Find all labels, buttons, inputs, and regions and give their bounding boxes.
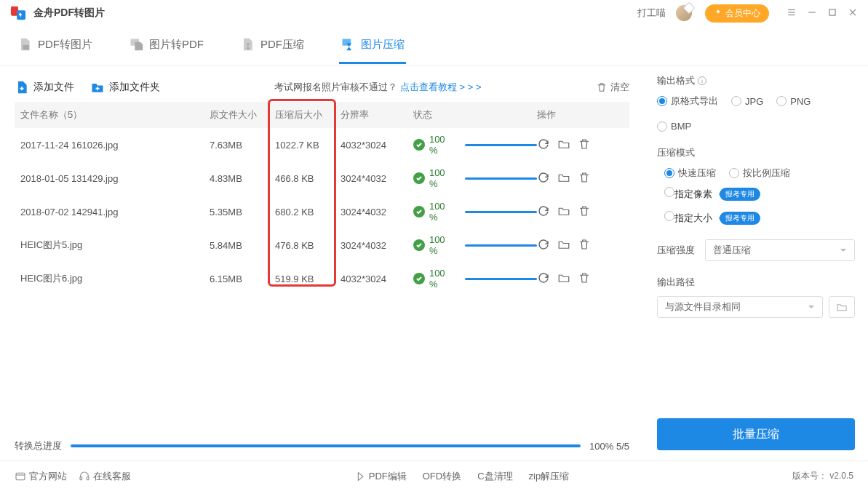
add-file-button[interactable]: 添加文件 [15, 80, 74, 95]
tab-pdf-compress[interactable]: PDF压缩 [239, 27, 306, 64]
exam-badge: 报考专用 [720, 212, 760, 225]
table-row: 2017-11-24 161026.jpg7.63MB1022.7 KB4032… [15, 128, 629, 161]
cell-res: 3024*4032 [341, 173, 413, 184]
retry-icon[interactable] [537, 238, 550, 253]
notice-text: 考试网报名照片审核不通过？ 点击查看教程 > > > [274, 81, 481, 94]
retry-icon[interactable] [537, 171, 550, 186]
table-row: 2018-07-02 142941.jpg5.35MB680.2 KB3024*… [15, 195, 629, 228]
svg-rect-6 [829, 9, 835, 15]
mode-size[interactable]: 指定大小 [664, 211, 712, 225]
strength-select[interactable]: 普通压缩 [705, 239, 855, 261]
info-icon[interactable]: i [698, 76, 706, 85]
delete-icon[interactable] [578, 137, 591, 153]
table-header: 文件名称（5） 原文件大小 压缩后大小 分辨率 状态 操作 [15, 102, 629, 128]
cell-ops [537, 271, 629, 287]
mode-pixel[interactable]: 指定像素 [664, 187, 712, 201]
user-name[interactable]: 打工喵 [637, 7, 666, 20]
clear-label: 清空 [610, 81, 629, 94]
footer-link-zip[interactable]: zip解压缩 [529, 470, 570, 483]
check-icon [413, 172, 425, 184]
cell-status: 100 % [413, 268, 537, 290]
cell-comp: 1022.7 KB [275, 140, 341, 151]
cell-name: HEIC图片5.jpg [20, 239, 210, 252]
add-folder-button[interactable]: 添加文件夹 [90, 80, 160, 95]
cell-ops [537, 204, 629, 220]
tab-img-compress[interactable]: 图片压缩 [339, 27, 406, 64]
add-folder-label: 添加文件夹 [109, 81, 160, 94]
progress-value: 100% 5/5 [589, 441, 629, 452]
delete-icon[interactable] [578, 171, 591, 186]
open-folder-icon[interactable] [557, 271, 570, 287]
format-png[interactable]: PNG [776, 96, 811, 107]
cell-res: 3024*4032 [341, 240, 413, 251]
mode-ratio[interactable]: 按比例压缩 [729, 167, 790, 180]
progress-bar [71, 444, 581, 447]
footer-link-ofd[interactable]: OFD转换 [423, 470, 461, 483]
official-site-link[interactable]: 官方网站 [15, 470, 67, 483]
tab-img-to-pdf[interactable]: 图片转PDF [127, 27, 205, 64]
close-icon[interactable] [848, 7, 858, 20]
footer: 官方网站 在线客服 PDF编辑 OFD转换 C盘清理 zip解压缩 版本号： v… [0, 460, 868, 491]
notice-link[interactable]: 点击查看教程 > > > [400, 81, 482, 92]
footer-link-pdf-edit[interactable]: PDF编辑 [354, 470, 407, 483]
version-label: 版本号： v2.0.5 [792, 470, 853, 482]
col-orig: 原文件大小 [210, 108, 275, 121]
clear-button[interactable]: 清空 [596, 81, 629, 94]
cell-ops [537, 137, 629, 153]
delete-icon[interactable] [578, 204, 591, 220]
delete-icon[interactable] [578, 238, 591, 253]
check-icon [413, 239, 425, 251]
cell-res: 4032*3024 [341, 274, 413, 284]
footer-link-cdisk[interactable]: C盘清理 [477, 470, 512, 483]
menu-icon[interactable] [787, 7, 797, 20]
app-title: 金舟PDF转图片 [33, 7, 105, 20]
retry-icon[interactable] [537, 271, 550, 287]
table-body: 2017-11-24 161026.jpg7.63MB1022.7 KB4032… [15, 128, 629, 295]
cell-orig: 5.84MB [210, 240, 275, 251]
batch-compress-button[interactable]: 批量压缩 [657, 418, 855, 450]
vip-button[interactable]: 会员中心 [705, 4, 769, 23]
strength-title: 压缩强度 [657, 244, 695, 257]
retry-icon[interactable] [537, 137, 550, 153]
path-title: 输出路径 [657, 276, 855, 289]
titlebar: 金舟PDF转图片 打工喵 会员中心 [0, 0, 868, 26]
minimize-icon[interactable] [807, 7, 817, 20]
cell-comp: 680.2 KB [275, 207, 341, 217]
tab-pdf-to-img[interactable]: PDF转图片 [16, 27, 94, 64]
open-folder-button[interactable] [829, 296, 855, 318]
user-avatar[interactable] [676, 5, 692, 21]
cell-orig: 7.63MB [210, 140, 275, 151]
support-link[interactable]: 在线客服 [79, 470, 131, 483]
table-row: HEIC图片5.jpg5.84MB476.8 KB3024*4032100 % [15, 228, 629, 262]
cell-status: 100 % [413, 201, 537, 223]
svg-rect-14 [80, 476, 82, 479]
format-jpg[interactable]: JPG [731, 96, 763, 107]
open-folder-icon[interactable] [557, 238, 570, 253]
svg-rect-12 [16, 473, 25, 479]
table-row: 2018-01-05 131429.jpg4.83MB466.8 KB3024*… [15, 161, 629, 195]
cell-orig: 5.35MB [210, 207, 275, 217]
mode-title: 压缩模式 [657, 146, 855, 159]
open-folder-icon[interactable] [557, 204, 570, 220]
table-row: HEIC图片6.jpg6.15MB519.9 KB4032*3024100 % [15, 262, 629, 295]
maximize-icon[interactable] [827, 7, 837, 20]
tab-label: PDF压缩 [260, 38, 304, 52]
open-folder-icon[interactable] [557, 137, 570, 153]
progress-label: 转换总进度 [15, 439, 62, 452]
app-logo-icon [10, 5, 26, 21]
cell-name: 2018-07-02 142941.jpg [20, 207, 210, 217]
open-folder-icon[interactable] [557, 171, 570, 186]
format-original[interactable]: 原格式导出 [657, 95, 718, 108]
col-comp: 压缩后大小 [275, 108, 341, 121]
retry-icon[interactable] [537, 204, 550, 220]
cell-orig: 4.83MB [210, 173, 275, 184]
mode-fast[interactable]: 快速压缩 [664, 167, 716, 180]
svg-rect-9 [23, 45, 29, 50]
cell-ops [537, 171, 629, 186]
delete-icon[interactable] [578, 271, 591, 287]
format-bmp[interactable]: BMP [657, 121, 691, 132]
path-select[interactable]: 与源文件目录相同 [657, 296, 823, 318]
cell-name: HEIC图片6.jpg [20, 272, 210, 285]
settings-panel: 输出格式i 原格式导出 JPG PNG BMP 压缩模式 快速压缩 按比例压缩 … [644, 65, 868, 460]
col-ops: 操作 [537, 108, 629, 121]
